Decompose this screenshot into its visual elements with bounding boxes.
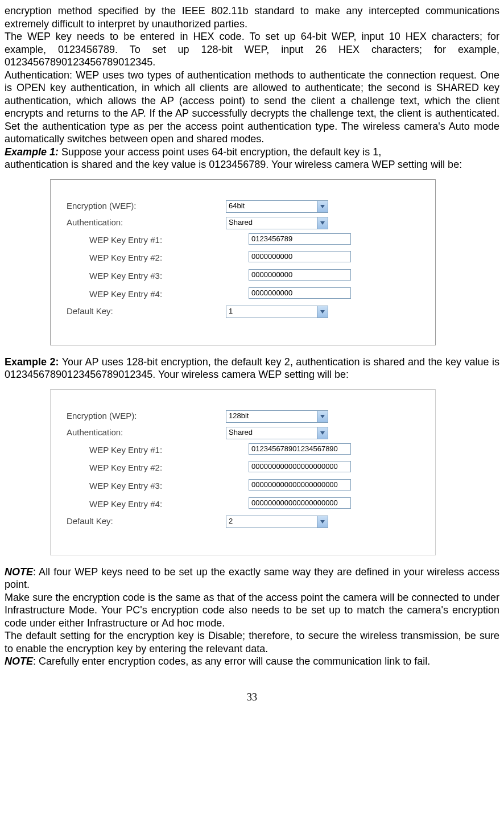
note-1: NOTE: All four WEP keys need to be set u… — [5, 566, 499, 591]
example2-text: Example 2: Your AP uses 128-bit encrypti… — [5, 356, 499, 381]
page-number: 33 — [5, 691, 499, 704]
label-auth: Authentication: — [67, 427, 226, 438]
select-default-key[interactable]: 2 — [226, 516, 328, 528]
select-encryption[interactable]: 128bit — [226, 410, 328, 423]
select-default-key[interactable]: 1 — [226, 306, 328, 318]
row-encryption: Encryption (WEP): 128bit — [67, 410, 419, 423]
label-wep1: WEP Key Entry #1: — [67, 235, 249, 246]
label-wep3: WEP Key Entry #3: — [67, 271, 249, 282]
label-default: Default Key: — [67, 516, 226, 527]
select-value: 64bit — [229, 201, 245, 211]
row-wep1: WEP Key Entry #1: 012345678901234567890 — [67, 443, 419, 458]
row-wep2: WEP Key Entry #2: 000000000000000000000 — [67, 461, 419, 475]
paragraph: encryption method specified by the IEEE … — [5, 5, 499, 30]
chevron-down-icon — [317, 516, 328, 527]
row-wep4: WEP Key Entry #4: 000000000000000000000 — [67, 497, 419, 512]
chevron-down-icon — [317, 217, 328, 229]
label-wep4: WEP Key Entry #4: — [67, 289, 249, 300]
row-wep3: WEP Key Entry #3: 000000000000000000000 — [67, 479, 419, 493]
note-1-text: : All four WEP keys need to be set up th… — [5, 566, 499, 591]
input-wep4[interactable]: 0000000000 — [249, 287, 351, 299]
example1-line1: Suppose your access point uses 64-bit en… — [59, 146, 381, 158]
wep-panel-2: Encryption (WEP): 128bit Authentication:… — [50, 389, 436, 555]
select-value: 128bit — [229, 411, 249, 421]
input-wep3[interactable]: 000000000000000000000 — [249, 479, 351, 491]
row-default: Default Key: 2 — [67, 516, 419, 528]
note-4-text: : Carefully enter encryption codes, as a… — [33, 656, 430, 667]
paragraph: Authentication: WEP uses two types of au… — [5, 69, 499, 146]
row-wep1: WEP Key Entry #1: 0123456789 — [67, 233, 419, 248]
input-wep3[interactable]: 0000000000 — [249, 269, 351, 281]
label-wep2: WEP Key Entry #2: — [67, 253, 249, 263]
note-label: NOTE — [5, 656, 33, 667]
input-wep2[interactable]: 000000000000000000000 — [249, 461, 351, 472]
note-4: NOTE: Carefully enter encryption codes, … — [5, 655, 499, 668]
chevron-down-icon — [317, 201, 328, 212]
input-wep2[interactable]: 0000000000 — [249, 251, 351, 262]
label-wep3: WEP Key Entry #3: — [67, 481, 249, 492]
row-default: Default Key: 1 — [67, 306, 419, 318]
example1-label: Example 1: — [5, 146, 59, 158]
select-value: 2 — [229, 517, 233, 526]
paragraph: The WEP key needs to be entered in HEX c… — [5, 30, 499, 69]
chevron-down-icon — [317, 306, 328, 318]
row-auth: Authentication: Shared — [67, 217, 419, 229]
row-wep2: WEP Key Entry #2: 0000000000 — [67, 251, 419, 265]
input-wep1[interactable]: 0123456789 — [249, 233, 351, 245]
chevron-down-icon — [317, 411, 328, 422]
note-3: The default setting for the encryption k… — [5, 629, 499, 655]
row-wep4: WEP Key Entry #4: 0000000000 — [67, 287, 419, 302]
row-wep3: WEP Key Entry #3: 0000000000 — [67, 269, 419, 283]
example1-line2: authentication is shared and the key val… — [5, 158, 499, 171]
example2-label: Example 2: — [5, 356, 59, 368]
select-auth[interactable]: Shared — [226, 217, 328, 229]
label-wep4: WEP Key Entry #4: — [67, 499, 249, 510]
label-auth: Authentication: — [67, 217, 226, 228]
select-value: 1 — [229, 307, 233, 316]
label-default: Default Key: — [67, 306, 226, 317]
chevron-down-icon — [317, 427, 328, 439]
input-wep4[interactable]: 000000000000000000000 — [249, 497, 351, 509]
select-encryption[interactable]: 64bit — [226, 200, 328, 213]
select-value: Shared — [229, 428, 253, 437]
label-wep2: WEP Key Entry #2: — [67, 463, 249, 473]
select-auth[interactable]: Shared — [226, 427, 328, 439]
wep-panel-1: Encryption (WEF): 64bit Authentication: … — [50, 179, 436, 345]
example1-text: Example 1: Suppose your access point use… — [5, 146, 499, 159]
label-encryption: Encryption (WEF): — [67, 201, 226, 212]
select-value: Shared — [229, 218, 253, 227]
label-encryption: Encryption (WEP): — [67, 411, 226, 422]
label-wep1: WEP Key Entry #1: — [67, 445, 249, 456]
note-2: Make sure the encryption code is the sam… — [5, 591, 499, 630]
note-label: NOTE — [5, 566, 33, 578]
row-auth: Authentication: Shared — [67, 427, 419, 439]
example2-body: Your AP uses 128-bit encryption, the def… — [5, 356, 499, 381]
input-wep1[interactable]: 012345678901234567890 — [249, 443, 351, 455]
row-encryption: Encryption (WEF): 64bit — [67, 200, 419, 213]
